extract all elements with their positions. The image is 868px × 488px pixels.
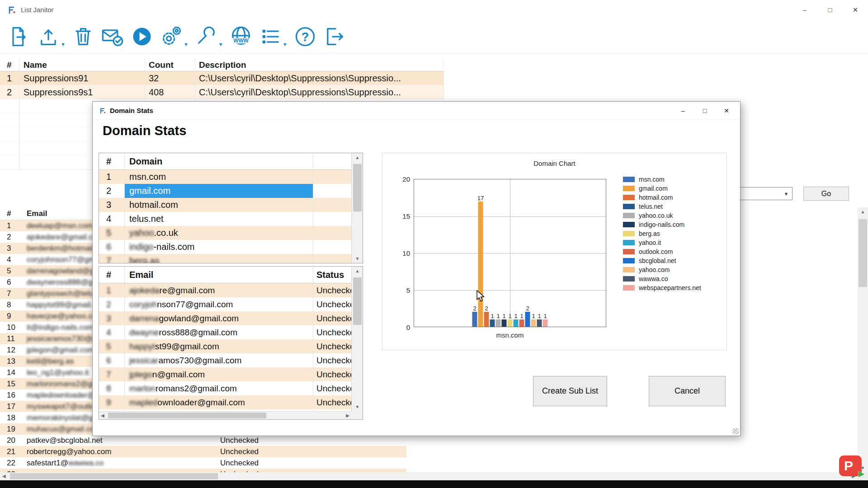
desktop: List Janitor – □ ✕ ▼	[0, 0, 868, 488]
bar	[525, 312, 530, 327]
dialog-email-hscrollbar[interactable]: ◀ ▶	[99, 411, 352, 419]
scroll-down-icon[interactable]: ▼	[352, 256, 363, 261]
dialog-maximize-button[interactable]: □	[694, 102, 716, 120]
dialog-email-row[interactable]: 2 coryjohnson77@gmail.com Unchecked	[99, 297, 363, 311]
dropdown-caret-icon[interactable]: ▼	[61, 42, 66, 47]
scrollbar-thumb[interactable]	[10, 473, 218, 479]
web-button[interactable]: WWW	[229, 25, 253, 48]
domain-row[interactable]: 7 berg.as	[99, 254, 363, 263]
column-header-description[interactable]: Description	[195, 58, 443, 71]
scrollbar-thumb[interactable]	[353, 277, 362, 325]
dialog-minimize-button[interactable]: –	[672, 102, 694, 120]
email-row-num: 2	[99, 297, 125, 311]
column-header-num[interactable]: #	[0, 58, 19, 71]
column-header-domain[interactable]: Domain	[125, 153, 313, 169]
tools-button[interactable]: ▼	[194, 25, 223, 48]
y-tick-label: 20	[390, 175, 410, 183]
help-button[interactable]: ?	[293, 25, 317, 48]
scroll-right-icon[interactable]: ▶	[346, 413, 349, 418]
export-list-button[interactable]: ▼	[37, 25, 66, 48]
email-row-status: Unchecked	[220, 457, 406, 469]
email-row-status: Unchecked	[313, 367, 351, 381]
scroll-left-icon[interactable]: ◀	[101, 413, 104, 418]
email-row[interactable]: 22 safestart1@wawwa.co Unchecked	[0, 457, 406, 469]
bar	[490, 319, 495, 327]
verify-emails-button[interactable]	[101, 25, 124, 48]
dialog-email-row[interactable]: 9 mapledownloader@gmail.com Unchecked	[99, 395, 363, 409]
column-header-email[interactable]: Email	[125, 267, 313, 283]
dialog-email-row[interactable]: 7 jplegon@gmail.com Unchecked	[99, 367, 363, 381]
legend-label: wawwa.co	[639, 275, 668, 282]
list-row[interactable]: 1 Suppressions91 32 C:\Users\cyril\Deskt…	[0, 71, 443, 85]
go-button[interactable]: Go	[803, 187, 849, 201]
list-row[interactable]: 2 Suppressions9s1 408 C:\Users\cyril\Des…	[0, 85, 443, 99]
scroll-up-icon[interactable]: ▲	[352, 268, 363, 273]
dialog-email-row[interactable]: 8 marlonromans2@gmail.com Unchecked	[99, 381, 363, 395]
domain-row-num: 7	[99, 254, 125, 263]
scrollbar-thumb[interactable]	[859, 219, 867, 287]
column-header-num[interactable]: #	[0, 207, 24, 220]
email-row-num: 1	[99, 283, 125, 297]
email-row[interactable]: 21 robertcregg@yahoo.com Unchecked	[0, 446, 406, 457]
dialog-email-row[interactable]: 5 happytst99@gmail.com Unchecked	[99, 339, 363, 353]
bar-value-label: 17	[477, 195, 484, 202]
domain-row[interactable]: 3 hotmail.com	[99, 198, 363, 212]
column-header-count[interactable]: Count	[145, 58, 195, 71]
dialog-email-row[interactable]: 4 dwayneross888@gmail.com Unchecked	[99, 325, 363, 339]
horizontal-scrollbar[interactable]: ◀ ▶	[0, 472, 858, 480]
scroll-left-icon[interactable]: ◀	[2, 474, 6, 479]
domain-row-domain: indigo-nails.com	[125, 240, 313, 254]
delete-list-button[interactable]	[71, 25, 95, 48]
column-header-num[interactable]: #	[99, 153, 125, 169]
create-sub-list-button[interactable]: Create Sub List	[533, 376, 607, 406]
column-header-name[interactable]: Name	[19, 58, 145, 71]
legend-swatch	[623, 213, 635, 218]
dialog-window-controls: – □ ✕	[672, 102, 737, 120]
domain-table-scrollbar[interactable]: ▲ ▼	[351, 153, 363, 263]
email-row-status: Unchecked	[220, 446, 406, 457]
domain-row[interactable]: 6 indigo-nails.com	[99, 240, 363, 254]
email-row[interactable]: 20 patkev@sbcglobal.net Unchecked	[0, 435, 406, 446]
dialog-email-row[interactable]: 6 jessicaramos730@gmail.com Unchecked	[99, 353, 363, 367]
scroll-down-icon[interactable]: ▼	[352, 404, 363, 409]
dropdown-caret-icon[interactable]: ▼	[218, 42, 223, 47]
minimize-button[interactable]: –	[792, 0, 817, 19]
chart-legend: msn.com gmail.com hotmail.com te	[623, 176, 701, 293]
legend-label: msn.com	[639, 176, 665, 183]
dialog-email-row[interactable]: 1 ajokedare@gmail.com Unchecked	[99, 283, 363, 297]
scroll-up-icon[interactable]: ▲	[352, 155, 363, 160]
domain-row-domain: berg.as	[125, 254, 313, 263]
exit-button[interactable]	[323, 25, 346, 48]
dialog-email-row[interactable]: 3 darrenagowland@gmail.com Unchecked	[99, 311, 363, 325]
dropdown-caret-icon[interactable]: ▼	[184, 42, 189, 47]
domain-row[interactable]: 1 msn.com	[99, 170, 363, 184]
scrollbar-thumb[interactable]	[353, 164, 362, 211]
chevron-down-icon[interactable]: ▼	[780, 191, 792, 197]
domain-row[interactable]: 4 telus.net	[99, 212, 363, 226]
column-header-num[interactable]: #	[99, 267, 125, 283]
dropdown-caret-icon[interactable]: ▼	[283, 42, 288, 47]
import-list-button[interactable]	[7, 25, 31, 48]
domain-row[interactable]: 2 gmail.com	[99, 184, 363, 198]
help-icon: ?	[293, 25, 317, 48]
scroll-up-icon[interactable]: ▲	[858, 209, 868, 214]
domain-row[interactable]: 5 yahoo.co.uk	[99, 226, 363, 240]
run-button[interactable]	[130, 25, 154, 48]
legend-item: yahoo.com	[623, 266, 701, 273]
cancel-button[interactable]: Cancel	[649, 376, 726, 406]
resize-grip[interactable]	[733, 428, 739, 434]
dialog-email-vscrollbar[interactable]: ▲ ▼	[351, 267, 363, 411]
app-watermark-logo: P ▶	[839, 455, 863, 478]
email-row-address: patkev@sbcglobal.net	[24, 435, 220, 446]
legend-swatch	[623, 240, 635, 245]
vertical-scrollbar[interactable]: ▲ ▼	[858, 207, 868, 472]
dialog-close-button[interactable]: ✕	[716, 102, 737, 120]
lists-menu-button[interactable]: ▼	[259, 25, 288, 48]
maximize-button[interactable]: □	[817, 0, 843, 19]
email-row-status: Unchecked	[313, 325, 351, 339]
scrollbar-thumb[interactable]	[108, 413, 266, 418]
column-header-status[interactable]: Status	[313, 267, 351, 283]
close-button[interactable]: ✕	[843, 0, 868, 19]
settings-button[interactable]: ▼	[160, 25, 189, 48]
x-axis-label: msn.com	[414, 331, 606, 339]
